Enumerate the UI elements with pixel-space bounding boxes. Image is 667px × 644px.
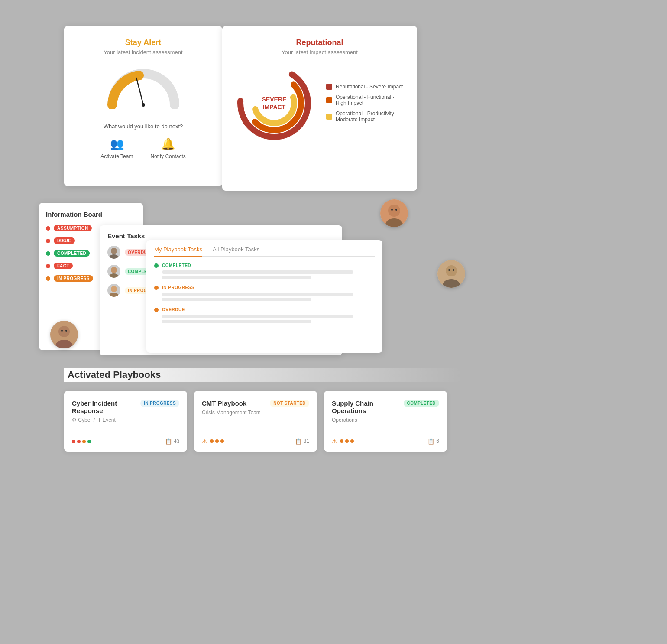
tag-badge-assumption: ASSUMPTION (54, 225, 92, 231)
tag-dot-fact (46, 264, 50, 268)
task-avatar-2 (107, 265, 120, 278)
svg-point-14 (391, 209, 393, 211)
pb-dot-s3 (350, 439, 354, 443)
pb-dot-s1 (340, 439, 343, 443)
reputational-title: Reputational (235, 38, 404, 47)
playbook-task-overdue: OVERDUE (154, 307, 375, 323)
stay-alert-actions: 👥 Activate Team 🔔 Notify Contacts (100, 137, 186, 159)
tag-dot-completed (46, 251, 50, 256)
pb-count-supply: 📋 6 (427, 438, 439, 445)
playbook-tabs: My Playbook Tasks All Playbook Tasks (154, 246, 375, 257)
playbook-card-cyber[interactable]: Cyber Incident Response IN PROGRESS ⚙ Cy… (64, 391, 187, 452)
status-label-inprogress: IN PROGRESS (162, 285, 194, 290)
svg-point-24 (61, 330, 63, 332)
task-content-completed (154, 270, 375, 279)
pb-count-cyber: 📋 40 (165, 438, 179, 445)
task-content-inprogress (154, 293, 375, 301)
tag-dot-assumption (46, 226, 50, 231)
pb-header-supply: Supply Chain Operations COMPLETED (332, 400, 439, 414)
svg-point-1 (142, 103, 145, 107)
event-tasks-title: Event Tasks (107, 232, 334, 240)
legend-label-reputational: Reputational - Severe Impact (336, 84, 403, 90)
reputational-subtitle: Your latest impact assessment (235, 49, 404, 55)
svg-point-7 (111, 267, 117, 273)
tab-all-playbook-tasks[interactable]: All Playbook Tasks (213, 246, 259, 256)
avatar-woman-right (437, 260, 465, 288)
stay-alert-next-label: What would you like to do next? (104, 123, 183, 130)
tab-my-playbook-tasks[interactable]: My Playbook Tasks (154, 246, 202, 257)
content-line-c1 (162, 270, 353, 274)
stay-alert-card: Stay Alert Your latest incident assessme… (64, 26, 222, 186)
playbook-card-supply[interactable]: Supply Chain Operations COMPLETED Operat… (324, 391, 447, 452)
content-line-od2 (162, 320, 311, 323)
svg-point-17 (446, 265, 457, 276)
pb-subtitle-cyber: ⚙ Cyber / IT Event (72, 417, 179, 423)
pb-dot-cmt1 (210, 439, 214, 443)
content-line-ip2 (162, 298, 311, 301)
pb-dots-cyber (72, 440, 91, 443)
pb-status-cyber: IN PROGRESS (140, 400, 179, 407)
activate-team-action[interactable]: 👥 Activate Team (100, 137, 133, 159)
task-content-overdue (154, 315, 375, 323)
playbook-tasks-card: My Playbook Tasks All Playbook Tasks COM… (146, 240, 382, 353)
stay-alert-subtitle: Your latest incident assessment (104, 49, 182, 55)
status-dot-completed (154, 263, 159, 268)
pb-title-cmt: CMT Playbook (202, 400, 266, 407)
legend-item-reputational: Reputational - Severe Impact (326, 84, 404, 90)
playbook-task-inprogress: IN PROGRESS (154, 285, 375, 301)
playbook-card-cmt[interactable]: CMT Playbook NOT STARTED Crisis Manageme… (194, 391, 317, 452)
gauge-svg (104, 66, 182, 109)
pb-subtitle-cmt: Crisis Management Team (202, 410, 309, 416)
tag-badge-issue: ISSUE (54, 237, 75, 244)
activate-team-icon: 👥 (110, 137, 124, 151)
avatar-svg-3 (107, 284, 120, 297)
avatar-face-woman-left (50, 321, 78, 348)
count-icon-supply: 📋 (427, 438, 434, 445)
avatar-man (380, 199, 408, 227)
activated-playbooks-section: Activated Playbooks Cyber Incident Respo… (64, 368, 463, 452)
legend-item-operational-functional: Operational - Functional - High Impact (326, 94, 404, 106)
reputational-legend: Reputational - Severe Impact Operational… (326, 84, 404, 123)
notify-contacts-icon: 🔔 (161, 137, 175, 151)
content-line-ip1 (162, 293, 353, 296)
avatar-svg-1 (107, 246, 120, 259)
warning-icon-supply: ⚠ (332, 438, 337, 445)
pb-dots-supply (340, 439, 354, 443)
pb-dot-c4 (87, 440, 91, 443)
pb-dot-c2 (77, 440, 81, 443)
svg-point-20 (453, 269, 454, 271)
tag-dot-issue (46, 239, 50, 243)
playbooks-grid: Cyber Incident Response IN PROGRESS ⚙ Cy… (64, 391, 463, 452)
pb-tags-supply: ⚠ (332, 438, 354, 445)
tag-badge-inprogress: IN PROGRESS (54, 275, 93, 282)
avatar-face-woman-right (437, 260, 465, 288)
pb-status-cmt: NOT STARTED (270, 400, 309, 407)
svg-point-25 (65, 330, 67, 332)
count-icon-cmt: 📋 (295, 438, 302, 445)
pb-dot-cmt3 (220, 439, 224, 443)
pb-header-cmt: CMT Playbook NOT STARTED (202, 400, 309, 407)
count-icon-cyber: 📋 (165, 438, 172, 445)
pb-title-supply: Supply Chain Operations (332, 400, 400, 414)
svg-point-15 (395, 209, 397, 211)
legend-label-operational-functional: Operational - Functional - High Impact (336, 94, 404, 106)
content-line-c2 (162, 276, 311, 279)
svg-point-12 (388, 205, 400, 217)
svg-line-0 (136, 78, 143, 105)
pb-subtitle-supply: Operations (332, 417, 439, 423)
tag-badge-fact: FACT (54, 263, 73, 269)
pb-count-cmt: 📋 81 (295, 438, 309, 445)
pb-dot-c3 (82, 440, 86, 443)
svg-point-19 (448, 269, 450, 271)
svg-point-5 (111, 248, 117, 254)
avatar-face-man (380, 199, 408, 227)
activate-team-label: Activate Team (100, 153, 133, 159)
pb-dot-s2 (345, 439, 349, 443)
reputational-card: Reputational Your latest impact assessme… (222, 26, 417, 191)
legend-dot-reputational (326, 84, 332, 90)
svg-point-9 (111, 286, 117, 292)
task-avatar-3 (107, 284, 120, 297)
notify-contacts-action[interactable]: 🔔 Notify Contacts (150, 137, 185, 159)
status-dot-inprogress (154, 286, 159, 290)
svg-point-10 (109, 293, 119, 297)
